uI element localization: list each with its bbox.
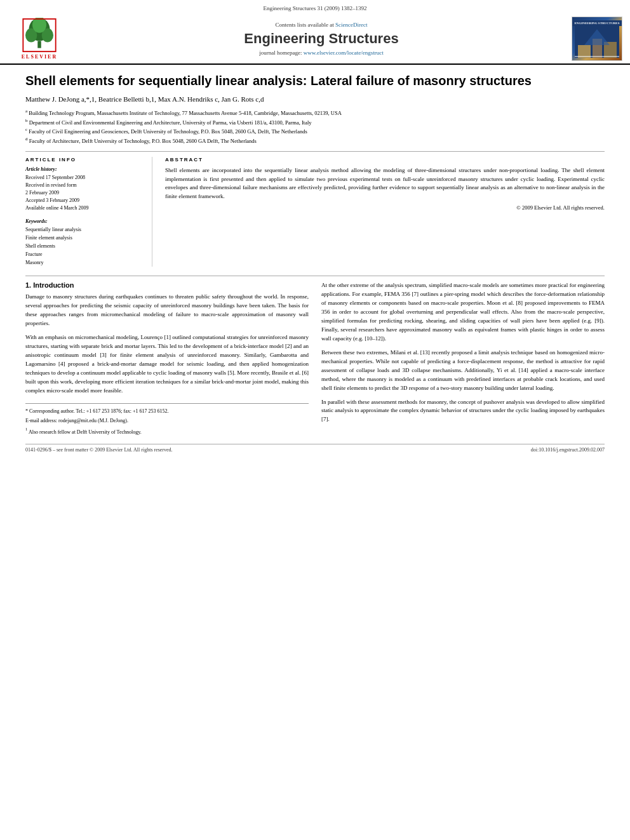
elsevier-label: ELSEVIER — [22, 54, 57, 60]
abstract-column: ABSTRACT Shell elements are incorporated… — [165, 157, 605, 267]
elsevier-tree-icon — [20, 18, 58, 53]
svg-rect-7 — [578, 45, 591, 58]
elsevier-logo: ELSEVIER — [8, 18, 71, 60]
footnote-2: 1 Also research fellow at Delft Universi… — [25, 427, 309, 436]
footnote-1: E-mail address: rodejung@mit.edu (M.J. D… — [25, 417, 309, 425]
journal-header: Engineering Structures 31 (2009) 1382–13… — [0, 0, 630, 65]
journal-meta-top: Engineering Structures 31 (2009) 1382–13… — [0, 5, 630, 14]
history-item-0: Received 17 September 2008 — [25, 174, 143, 182]
journal-homepage: journal homepage: www.elsevier.com/locat… — [71, 50, 572, 56]
right-paragraph-1: At the other extreme of the analysis spe… — [321, 281, 605, 343]
sciencedirect-link[interactable]: ScienceDirect — [335, 22, 367, 28]
authors-text: Matthew J. DeJong a,*,1, Beatrice Bellet… — [25, 95, 264, 103]
right-paragraph-3: In parallel with these assessment method… — [321, 398, 605, 425]
journal-citation: Engineering Structures 31 (2009) 1382–13… — [264, 5, 367, 11]
article-info-label: ARTICLE INFO — [25, 157, 143, 163]
article-info-abstract: ARTICLE INFO Article history: Received 1… — [25, 157, 605, 267]
divider-mid — [25, 276, 605, 276]
affiliation-d: d Faculty of Architecture, Delft Univers… — [25, 136, 605, 145]
intro-heading: 1. Introduction — [25, 281, 309, 289]
journal-main-title: Engineering Structures — [71, 30, 572, 47]
journal-banner: ELSEVIER Contents lists available at Sci… — [0, 14, 630, 63]
keyword-4: Masonry — [25, 259, 143, 267]
svg-rect-0 — [37, 41, 41, 48]
right-paragraph-2: Between these two extremes, Milani et al… — [321, 349, 605, 393]
history-item-4: Available online 4 March 2009 — [25, 204, 143, 212]
authors-line: Matthew J. DeJong a,*,1, Beatrice Bellet… — [25, 95, 605, 103]
affiliation-a: a Building Technology Program, Massachus… — [25, 108, 605, 117]
affiliations: a Building Technology Program, Massachus… — [25, 108, 605, 145]
history-label: Article history: — [25, 166, 143, 172]
intro-heading-text: 1. Introduction — [25, 281, 74, 289]
body-columns: 1. Introduction Damage to masonry struct… — [25, 281, 605, 437]
footnote-0: * Corresponding author. Tel.: +1 617 253… — [25, 408, 309, 415]
article-title: Shell elements for sequentially linear a… — [25, 72, 605, 89]
affiliation-c: c Faculty of Civil Engineering and Geosc… — [25, 126, 605, 136]
page-footer: 0141-0296/$ – see front matter © 2009 El… — [25, 444, 605, 453]
history-item-1: Received in revised form — [25, 182, 143, 189]
footnotes-section: * Corresponding author. Tel.: +1 617 253… — [25, 403, 309, 436]
journal-title-block: Contents lists available at ScienceDirec… — [71, 22, 572, 56]
main-content: Shell elements for sequentially linear a… — [0, 65, 630, 463]
keywords-label: Keywords: — [25, 218, 143, 224]
journal-cover-image: ENGINEERING STRUCTURES — [572, 17, 622, 61]
body-right-column: At the other extreme of the analysis spe… — [321, 281, 605, 437]
homepage-link[interactable]: www.elsevier.com/locate/engstruct — [304, 50, 384, 56]
keyword-0: Sequentially linear analysis — [25, 226, 143, 234]
body-left-column: 1. Introduction Damage to masonry struct… — [25, 281, 309, 437]
history-item-2: 2 February 2009 — [25, 189, 143, 197]
cover-illustration — [575, 26, 619, 58]
footer-doi: doi:10.1016/j.engstruct.2009.02.007 — [531, 447, 605, 453]
keyword-3: Fracture — [25, 251, 143, 259]
footer-issn: 0141-0296/$ – see front matter © 2009 El… — [25, 447, 173, 453]
history-item-3: Accepted 3 February 2009 — [25, 197, 143, 204]
affiliation-b: b Department of Civil and Environmental … — [25, 117, 605, 127]
intro-paragraph-1: Damage to masonry structures during eart… — [25, 293, 309, 328]
copyright-line: © 2009 Elsevier Ltd. All rights reserved… — [165, 204, 605, 211]
keyword-2: Shell elements — [25, 243, 143, 251]
keyword-1: Finite element analysis — [25, 234, 143, 243]
abstract-label: ABSTRACT — [165, 157, 605, 163]
sciencedirect-line: Contents lists available at ScienceDirec… — [71, 22, 572, 28]
intro-paragraph-2: With an emphasis on micromechanical mode… — [25, 333, 309, 396]
cover-label: ENGINEERING STRUCTURES — [572, 20, 622, 26]
abstract-text: Shell elements are incorporated into the… — [165, 166, 605, 201]
article-info-column: ARTICLE INFO Article history: Received 1… — [25, 157, 152, 267]
divider-top — [25, 151, 605, 152]
